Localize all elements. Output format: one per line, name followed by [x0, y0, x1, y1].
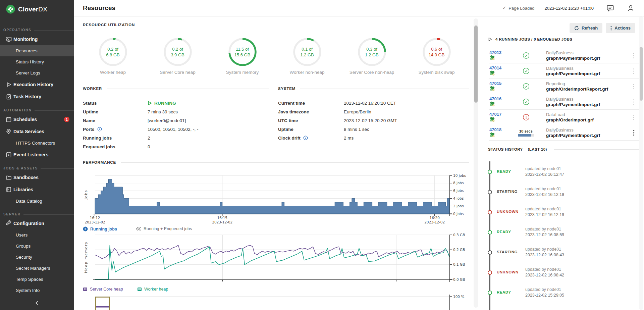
sidebar-item-sandboxes[interactable]: Sandboxes	[0, 171, 74, 184]
sidebar-item-label: Security	[16, 255, 32, 260]
sidebar-item-configuration[interactable]: Configuration	[0, 217, 74, 229]
main-scrollbar-thumb[interactable]	[474, 25, 478, 103]
legend-server-core-heap[interactable]: Server Core heap	[83, 287, 123, 292]
sidebar-item-status-history[interactable]: Status History	[0, 56, 74, 67]
resources-main: RESOURCE UTILIZATION 0.2 of6.8 GBWorker …	[74, 16, 474, 310]
calendar-star-icon	[6, 152, 12, 158]
gauge-label: System memory	[226, 70, 259, 75]
user-menu-button[interactable]	[627, 4, 635, 12]
info-value: 7 mins 39 secs	[148, 109, 269, 114]
clipboard-icon	[6, 94, 12, 100]
job-row-47012[interactable]: 47012 DailyBusinessgraph/PaymentImport.g…	[489, 48, 640, 63]
svg-text:0.3 GB: 0.3 GB	[453, 233, 465, 237]
gauge-ring: 0.2 of6.8 GB	[99, 38, 127, 66]
job-kebab-menu[interactable]	[627, 99, 640, 105]
right-panel: Refresh Actions 4 RUNNING JOBS / 0 ENQUE…	[486, 16, 644, 310]
gauge-system-disk-swap: 0.6 of14.0 GBSystem disk swap	[404, 37, 469, 75]
refresh-button[interactable]: Refresh	[570, 23, 602, 33]
job-id-link[interactable]: 47017	[489, 112, 514, 117]
sidebar-item-system-info[interactable]: System Info	[0, 285, 74, 296]
actions-button[interactable]: Actions	[606, 23, 635, 33]
sidebar-item-monitoring[interactable]: Monitoring	[0, 33, 74, 45]
sidebar-item-data-catalog[interactable]: Data Catalog	[0, 196, 74, 207]
job-kebab-menu[interactable]	[627, 130, 640, 136]
sidebar-section-server: SERVER	[0, 207, 74, 217]
job-id-cell: 47018	[489, 127, 514, 139]
sidebar-item-server-logs[interactable]: Server Logs	[0, 67, 74, 79]
job-ok-icon	[523, 52, 530, 59]
svg-text:2023-12-02: 2023-12-02	[424, 220, 445, 224]
main-scrollbar-track	[474, 18, 478, 308]
clover-job-icon	[489, 70, 495, 75]
history-timestamp: 2023-12-02 15:29:05	[525, 293, 564, 298]
gauge-label: Worker non-heap	[289, 70, 324, 75]
job-id-link[interactable]: 47015	[489, 81, 514, 86]
info-value: 0	[148, 144, 269, 149]
sidebar-item-schedules[interactable]: Schedules1	[0, 113, 74, 125]
sidebar-item-data-services[interactable]: Data Services	[0, 125, 74, 138]
feedback-button[interactable]	[606, 4, 614, 12]
job-kebab-menu[interactable]	[627, 53, 640, 59]
history-status-label: READY	[497, 290, 511, 294]
job-row-47015[interactable]: 47015 Reportinggraph/OrderImportReport.g…	[489, 79, 640, 94]
job-id-link[interactable]: 47012	[489, 50, 514, 55]
sidebar-item-libraries[interactable]: Libraries	[0, 184, 74, 196]
job-row-47014[interactable]: 47014 DailyBusinessgraph/PaymentImport.g…	[489, 63, 640, 79]
job-names-cell: Reportinggraph/OrderImportReport.grf	[538, 81, 627, 92]
running-jobs-chart-legend: Running jobsRunning + Enqueued jobs	[74, 226, 474, 232]
info-row-running-jobs: Running jobs2	[83, 134, 269, 142]
history-status-label: UNKNOWN	[497, 210, 519, 214]
sidebar-item-execution-history[interactable]: Execution History	[0, 79, 74, 91]
job-progress-fill	[518, 134, 531, 137]
history-entry: updated by node012023-12-02 16:08:59	[525, 226, 564, 238]
sidebar-item-secret-managers[interactable]: Secret Managers	[0, 263, 74, 274]
sidebar-item-users[interactable]: Users	[0, 229, 74, 241]
job-row-47018[interactable]: 47018 10 secsDailyBusinessgraph/PaymentI…	[489, 125, 640, 141]
job-row-47016[interactable]: 47016 DailyBusinessgraph/PaymentImport.g…	[489, 94, 640, 110]
sidebar-item-temp-spaces[interactable]: Temp Spaces	[0, 274, 74, 285]
job-id-cell: 47016	[489, 96, 514, 108]
sidebar-item-groups[interactable]: Groups	[0, 241, 74, 252]
job-id-link[interactable]: 47014	[489, 65, 514, 70]
job-kebab-menu[interactable]	[627, 68, 640, 74]
job-kebab-menu[interactable]	[627, 114, 640, 120]
sidebar-item-label: Temp Spaces	[16, 277, 43, 282]
info-icon[interactable]	[303, 136, 308, 140]
info-label: UTC time	[278, 118, 344, 123]
sidebar-item-https-connectors[interactable]: HTTPS Connectors	[0, 138, 74, 149]
info-value: RUNNING	[148, 101, 269, 106]
legend-running-enqueued-jobs[interactable]: Running + Enqueued jobs	[136, 226, 192, 231]
panel-actions-row: Refresh Actions	[570, 23, 635, 33]
sidebar-item-security[interactable]: Security	[0, 252, 74, 263]
legend-worker-heap[interactable]: Worker heap	[137, 287, 168, 292]
job-kebab-menu[interactable]	[627, 84, 640, 90]
job-id-link[interactable]: 47016	[489, 96, 514, 101]
history-timestamp: 2023-12-02 16:08:42	[525, 272, 564, 278]
sidebar-item-event-listeners[interactable]: Event Listeners	[0, 149, 74, 161]
gauge-server-core-non-heap: 0.3 of1.2 GBServer Core non-heap	[339, 37, 404, 75]
sidebar-item-resources[interactable]: Resources	[0, 45, 74, 56]
history-entry: updated by node012023-12-02 16:08:43	[525, 247, 564, 258]
cloverdx-logo[interactable]: CloverDX	[0, 0, 74, 17]
history-updated-by: updated by node01	[525, 267, 564, 272]
info-row-uptime: Uptime8 mins 1 sec	[278, 125, 469, 134]
job-id-link[interactable]: 47018	[489, 127, 514, 132]
sidebar-item-label: Users	[16, 232, 28, 238]
job-row-47017[interactable]: 47017 DataLoadgraph/OrderImport.grf	[489, 110, 640, 125]
job-graph: graph/PaymentImport.grf	[546, 102, 627, 107]
info-icon[interactable]	[97, 127, 102, 132]
gauge-worker-non-heap: 0.1 of1.2 GBWorker non-heap	[275, 37, 339, 75]
job-ok-icon	[523, 83, 530, 90]
svg-text:Heap memory: Heap memory	[84, 241, 88, 273]
status-history-header: STATUS HISTORY (LAST 10)	[488, 147, 640, 151]
gauge-system-memory: 11.5 of15.6 GBSystem memory	[210, 37, 275, 75]
sidebar-collapse-button[interactable]	[0, 296, 74, 310]
legend-running-jobs[interactable]: Running jobs	[83, 226, 117, 231]
history-entry: updated by node012023-12-02 16:12:19	[525, 186, 564, 198]
job-sandbox: DataLoad	[546, 112, 627, 117]
panel-scrollbar-thumb[interactable]	[640, 47, 643, 101]
sidebar-item-task-history[interactable]: Task History	[0, 91, 74, 103]
job-warning-icon	[523, 114, 530, 121]
section-worker: WORKER	[83, 87, 269, 91]
worker-info: StatusRUNNINGUptime7 mins 39 secsName[wo…	[83, 99, 269, 151]
